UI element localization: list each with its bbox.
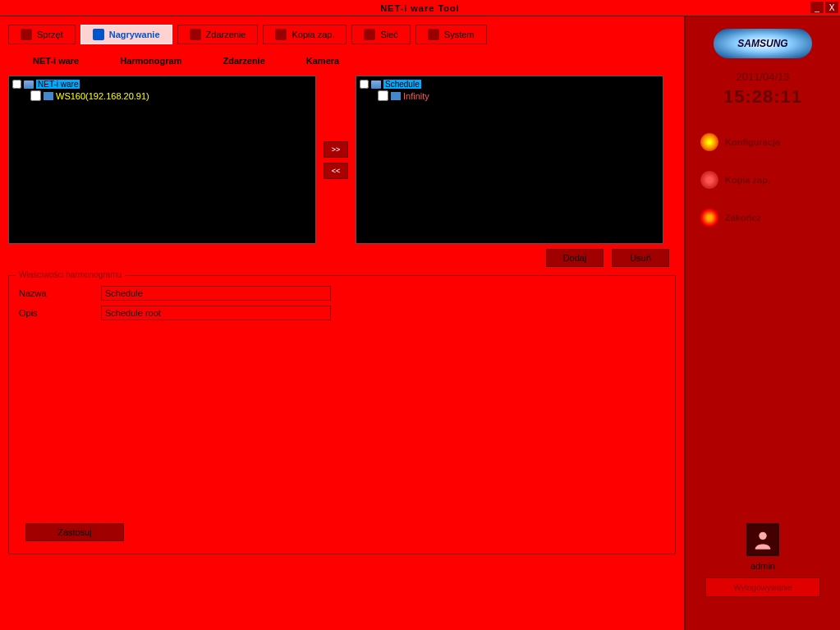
device-icon	[44, 92, 53, 100]
user-area: admin Wylogowywanie	[705, 523, 820, 597]
window-title: NET-i ware Tool	[380, 3, 460, 13]
disk-icon	[700, 171, 718, 189]
tab-backup[interactable]: Kopia zap.	[263, 25, 347, 44]
tab-recording[interactable]: Nagrywanie	[80, 25, 172, 44]
titlebar: NET-i ware Tool _ X	[0, 0, 840, 16]
subtab-schedule[interactable]: Harmonogram	[120, 56, 181, 66]
sidebar: SAMSUNG 2011/04/13 15:28:11 Konfiguracja…	[684, 16, 840, 630]
left-child-label: WS160(192.168.20.91)	[56, 91, 149, 101]
recording-icon	[93, 29, 104, 40]
event-icon	[190, 29, 201, 40]
logout-button[interactable]: Wylogowywanie	[705, 577, 820, 597]
svg-point-0	[759, 532, 766, 540]
backup-icon	[275, 29, 287, 40]
right-child-checkbox[interactable]	[378, 90, 388, 101]
schedule-properties-fieldset: Właściwości harmonogramu Nazwa Opis Zast…	[8, 275, 676, 554]
right-root-checkbox[interactable]	[360, 80, 369, 89]
name-label: Nazwa	[19, 288, 101, 298]
tab-network-label: Sieć	[380, 30, 397, 39]
left-child-checkbox[interactable]	[30, 90, 41, 101]
subtab-netware[interactable]: NET-i ware	[33, 56, 79, 66]
minimize-button[interactable]: _	[810, 2, 824, 13]
system-icon	[428, 29, 439, 40]
network-icon	[364, 29, 375, 40]
tab-hardware-label: Sprzęt	[37, 30, 63, 39]
sub-tabs: NET-i ware Harmonogram Zdarzenie Kamera	[8, 51, 676, 76]
tab-event-label: Zdarzenie	[206, 30, 246, 39]
fieldset-legend: Właściwości harmonogramu	[16, 270, 125, 279]
tab-event[interactable]: Zdarzenie	[177, 25, 259, 44]
power-icon	[700, 209, 718, 227]
tab-network[interactable]: Sieć	[351, 25, 410, 44]
transfer-buttons: >> <<	[321, 76, 351, 244]
move-left-button[interactable]: <<	[324, 163, 348, 179]
right-tree-root[interactable]: Schedule	[360, 80, 659, 89]
right-tree-panel[interactable]: Schedule Infinity	[356, 76, 663, 244]
desc-label: Opis	[19, 308, 101, 318]
tab-backup-label: Kopia zap.	[291, 30, 334, 39]
delete-button[interactable]: Usuń	[612, 249, 669, 267]
user-avatar	[746, 523, 779, 556]
right-root-label: Schedule	[383, 80, 421, 89]
subtab-event[interactable]: Zdarzenie	[223, 56, 264, 66]
gear-icon	[700, 133, 718, 151]
left-tree-child[interactable]: WS160(192.168.20.91)	[30, 90, 312, 101]
person-icon	[751, 528, 774, 551]
time-display: 15:28:11	[723, 86, 802, 108]
left-root-checkbox[interactable]	[12, 80, 21, 89]
sidebar-link-exit[interactable]: Zakończ	[697, 204, 829, 232]
name-input[interactable]	[101, 286, 331, 301]
sidebar-link-config[interactable]: Konfiguracja	[697, 128, 829, 156]
right-tree-child[interactable]: Infinity	[378, 90, 659, 101]
left-tree-panel[interactable]: NET-i ware WS160(192.168.20.91)	[8, 76, 316, 244]
tab-hardware[interactable]: Sprzęt	[8, 25, 76, 44]
sidebar-link-backup[interactable]: Kopia zap.	[697, 166, 829, 194]
tab-system-label: System	[444, 30, 475, 39]
left-tree-root[interactable]: NET-i ware	[12, 80, 312, 89]
schedule-icon	[371, 80, 381, 89]
right-child-label: Infinity	[403, 91, 429, 101]
desc-input[interactable]	[101, 306, 331, 320]
add-button[interactable]: Dodaj	[546, 249, 604, 267]
tab-recording-label: Nagrywanie	[109, 30, 160, 39]
window-controls: _ X	[810, 2, 838, 13]
apply-button[interactable]: Zastosuj	[25, 523, 124, 541]
move-right-button[interactable]: >>	[324, 141, 348, 158]
username-label: admin	[750, 561, 775, 571]
sidebar-backup-label: Kopia zap.	[725, 175, 770, 185]
tab-system[interactable]: System	[415, 25, 487, 44]
left-root-label: NET-i ware	[36, 80, 80, 89]
infinity-icon	[391, 92, 401, 100]
brand-logo: SAMSUNG	[714, 29, 812, 58]
sidebar-exit-label: Zakończ	[725, 213, 761, 223]
server-icon	[24, 80, 34, 89]
date-display: 2011/04/13	[736, 71, 789, 83]
close-button[interactable]: X	[825, 2, 838, 13]
sidebar-config-label: Konfiguracja	[725, 137, 780, 147]
main-tabs: Sprzęt Nagrywanie Zdarzenie Kopia zap. S…	[8, 25, 676, 44]
hardware-icon	[21, 29, 32, 40]
subtab-camera[interactable]: Kamera	[306, 56, 339, 66]
